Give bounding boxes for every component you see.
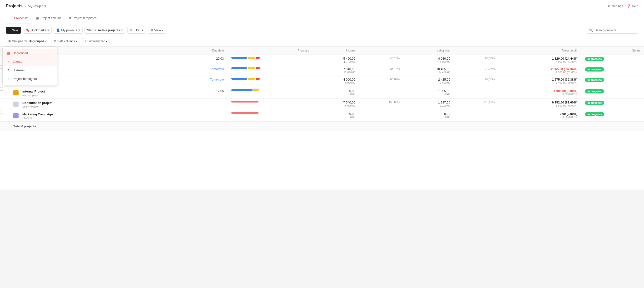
list-icon: ☰	[10, 16, 12, 20]
project-client: My Company	[22, 94, 45, 97]
income-main: 0,00	[316, 89, 355, 93]
breadcrumb-current: My Projects	[28, 4, 46, 8]
gear-icon: ⚙	[608, 4, 611, 8]
summary-bar-button[interactable]: ≡ Summary bar ▾	[82, 38, 110, 44]
dropdown-item-clients[interactable]: ≡ Clients	[2, 57, 57, 66]
table-row: Internal Project My Company 12.05 0,00 0…	[0, 87, 644, 99]
dropdown-item-ungrouped[interactable]: ▦ Ungrouped	[2, 49, 57, 57]
table-row: Retainer Project Client A Tomorrow 4 000…	[0, 76, 644, 87]
labor-main: 2 425,00	[408, 78, 450, 81]
income-main: 4 000,00	[316, 78, 355, 81]
project-client: Emily Pearson	[22, 105, 52, 108]
filter-button[interactable]: ▽ Filter ▾	[127, 27, 146, 34]
labor-sub: 14 400,00	[408, 71, 450, 74]
search-box[interactable]: 🔍	[586, 27, 638, 34]
profit-sub: 0,00 (0,00%)	[502, 116, 578, 118]
due-date[interactable]: Tomorrow	[210, 67, 224, 71]
col-income-pct	[359, 47, 404, 55]
bookmarks-label: Bookmarks	[31, 28, 46, 32]
labor-sub: 3 600,00	[408, 81, 450, 84]
status-cell: In progress	[581, 87, 644, 95]
due-date	[178, 110, 228, 114]
labor-sub: 0,00	[408, 93, 450, 96]
chevron-down-icon: ▾	[47, 28, 49, 32]
row-checkbox[interactable]	[0, 87, 3, 91]
due-date: 12.05	[178, 87, 228, 95]
status-cell: In progress	[581, 110, 644, 118]
row-checkbox[interactable]	[0, 110, 3, 113]
view-button[interactable]: ⊞ View ▴	[148, 27, 166, 34]
bookmarks-button[interactable]: 🔖 Bookmarks ▾	[23, 27, 52, 34]
progress-bar	[231, 89, 260, 91]
progress-bar	[231, 101, 260, 102]
total-row: Total 6 projects	[0, 122, 644, 131]
dropdown-statuses-label: Statuses	[12, 68, 25, 72]
dropdown-clients-label: Clients	[12, 60, 22, 63]
help-icon: ❓	[627, 4, 631, 8]
data-columns-button[interactable]: ⊞ Data columns ▾	[51, 38, 80, 44]
profit-main: -2 965,00 (-37,34%)	[502, 67, 578, 71]
profit-main: -1 905,00 (0,00%)	[502, 89, 578, 93]
project-name: Consultation project	[22, 101, 52, 105]
projects-table: Due date Progress Income Labor cost Proj…	[0, 47, 644, 131]
due-date[interactable]: Tomorrow	[210, 78, 224, 81]
income-sub: 5 000,00	[316, 104, 355, 107]
project-name: Internal Project	[22, 90, 45, 93]
filter-icon: ▽	[130, 28, 132, 32]
progress-bar	[231, 67, 260, 69]
statuses-icon: ≡	[6, 68, 10, 72]
my-projects-label: My projects	[61, 28, 77, 32]
project-managers-icon: ≡	[6, 77, 10, 81]
row-checkbox[interactable]	[0, 99, 3, 102]
dropdown-item-project-managers[interactable]: ≡ Project managers	[2, 74, 57, 83]
grouped-by-value: Ungrouped	[29, 40, 44, 43]
progress-segment	[256, 57, 260, 59]
income-sub: 6 000,00	[316, 81, 355, 84]
search-input[interactable]	[595, 28, 633, 32]
progress-segment	[248, 78, 255, 80]
labor-pct	[454, 110, 498, 114]
project-icon	[13, 113, 18, 118]
income-sub: 0,00	[316, 116, 355, 118]
progress-bar	[231, 78, 260, 80]
labor-main: 10 405,00	[408, 67, 450, 71]
tab-project-templates[interactable]: ≡ Project templates	[66, 13, 100, 24]
chevron-down-icon2: ▾	[78, 28, 80, 32]
project-name: Marketing Campaign	[22, 112, 53, 116]
tab-templates-label: Project templates	[72, 16, 96, 20]
tab-project-timeline[interactable]: ▦ Project timeline	[32, 13, 66, 24]
person-icon: 👤	[56, 28, 60, 32]
columns-icon: ⊞	[54, 40, 56, 43]
labor-main: 4 080,00	[408, 57, 450, 60]
chevron-down-icon6: ▾	[106, 40, 107, 43]
col-labor-pct	[454, 47, 498, 55]
view-label: View	[154, 28, 161, 32]
new-button[interactable]: + New	[6, 27, 21, 34]
profit-sub: 3 800,00 (76,00%)	[502, 104, 578, 107]
tabs-bar: ☰ Project list ▦ Project timeline ≡ Proj…	[0, 13, 644, 24]
col-income: Income	[313, 47, 359, 55]
labor-sub: 1 200,00	[408, 104, 450, 107]
table-row: 20.03 5 400,00 11 700,00 46,15% 4 080,00…	[0, 55, 644, 65]
group-icon: ⊞	[8, 40, 11, 43]
labor-main: 1 905,00	[408, 89, 450, 93]
profit-main: 6 152,50 (81,60%)	[502, 101, 578, 104]
help-button[interactable]: ❓ Help	[627, 4, 638, 8]
search-icon: 🔍	[589, 28, 593, 32]
status-button[interactable]: Status: Active projects ▾	[84, 27, 126, 34]
dropdown-item-statuses[interactable]: ≡ Statuses	[2, 66, 57, 74]
settings-button[interactable]: ⚙ Settings	[608, 4, 623, 8]
tab-project-list[interactable]: ☰ Project list	[6, 13, 32, 24]
status-cell: In progress	[581, 65, 644, 73]
table-row: Tomorrow 7 940,00 22 600,00 35,13% 10 40…	[0, 65, 644, 76]
status-badge: In progress	[585, 67, 604, 72]
grouped-by-button[interactable]: ⊞ Grouped by: Ungrouped ▴	[6, 38, 49, 44]
my-projects-button[interactable]: 👤 My projects ▾	[54, 27, 82, 34]
income-sub: 22 600,00	[316, 71, 355, 74]
status-badge: In progress	[585, 57, 604, 61]
labor-pct	[454, 87, 498, 91]
filter-label: Filter	[134, 28, 140, 32]
ungrouped-icon: ▦	[6, 51, 10, 55]
progress-segment	[231, 67, 247, 69]
dropdown-ungrouped-label: Ungrouped	[12, 51, 28, 55]
